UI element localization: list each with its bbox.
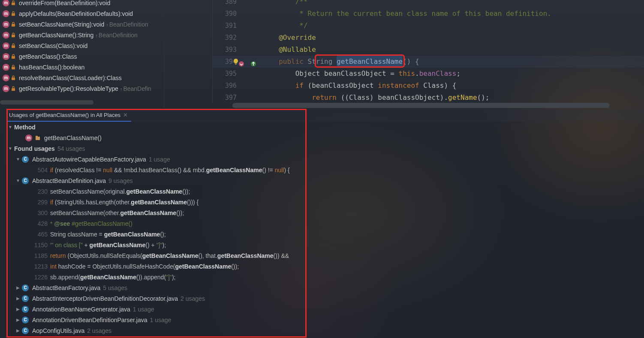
svg-rect-0 bbox=[12, 3, 15, 5]
structure-item[interactable]: msetBeanClassName(String): void↑BeanDefi… bbox=[0, 19, 164, 30]
usage-count: 1 usage bbox=[150, 317, 172, 323]
method-icon: m bbox=[3, 85, 9, 92]
usages-file-node[interactable]: ▶CAopConfigUtils.java2 usages bbox=[6, 325, 644, 336]
file-name: AopConfigUtils.java bbox=[32, 327, 84, 334]
lock-icon bbox=[11, 22, 16, 27]
tree-toggle-icon[interactable]: ▼ bbox=[6, 146, 14, 151]
class-file-icon: C bbox=[22, 284, 29, 291]
line-number: 390 bbox=[221, 8, 237, 20]
method-icon: m bbox=[3, 10, 9, 17]
close-icon[interactable]: ✕ bbox=[123, 112, 128, 118]
structure-item[interactable]: mresolveBeanClass(ClassLoader): Class bbox=[0, 72, 164, 83]
svg-rect-3 bbox=[12, 35, 15, 37]
line-number: 389 bbox=[221, 0, 237, 8]
method-signature: getBeanClass(): bbox=[19, 53, 62, 60]
usages-file-node[interactable]: ▶CAbstractBeanFactory.java5 usages bbox=[6, 282, 644, 293]
method-signature: setBeanClass(Class): bbox=[19, 42, 77, 49]
find-usages-tool-window[interactable]: Usages of getBeanClassName() in All Plac… bbox=[6, 109, 644, 338]
usages-line-node[interactable]: 504if (resolvedClass != null && !mbd.has… bbox=[6, 165, 644, 175]
method-signature: getBeanClassName(): bbox=[19, 32, 78, 39]
return-type: void bbox=[93, 21, 105, 28]
file-name: AbstractBeanFactory.java bbox=[32, 284, 100, 291]
structure-item[interactable]: msetBeanClass(Class): void bbox=[0, 40, 164, 51]
svg-rect-1 bbox=[12, 13, 15, 16]
code-line[interactable]: * Return the current bean class name of … bbox=[213, 9, 551, 18]
scrollbar-thumb[interactable] bbox=[0, 100, 93, 105]
usage-count: 54 usages bbox=[57, 145, 85, 152]
usage-code: String className = getBeanClassName(); bbox=[50, 231, 166, 238]
usages-line-node[interactable]: 1150"' on class [" + getBeanClassName() … bbox=[6, 239, 644, 250]
usages-line-node[interactable]: 1213int hashCode = ObjectUtils.nullSafeH… bbox=[6, 261, 644, 272]
usage-line-number: 1185 bbox=[30, 252, 48, 259]
svg-rect-2 bbox=[12, 24, 15, 27]
structure-item[interactable]: mhasBeanClass(): boolean bbox=[0, 62, 164, 72]
section-header: Method bbox=[14, 124, 36, 131]
structure-item[interactable]: mgetBeanClass(): Class bbox=[0, 51, 164, 62]
usages-file-node[interactable]: ▶CAnnotationBeanNameGenerator.java1 usag… bbox=[6, 304, 644, 314]
class-file-icon: C bbox=[22, 317, 29, 323]
usage-count: 9 usages bbox=[108, 177, 133, 184]
lock-icon bbox=[11, 0, 16, 6]
return-type: boolean bbox=[63, 64, 85, 71]
return-type: String bbox=[78, 32, 94, 39]
tree-toggle-icon[interactable]: ▶ bbox=[14, 296, 22, 301]
file-name: AbstractBeanDefinition.java bbox=[32, 177, 106, 184]
usage-line-number: 1150 bbox=[30, 242, 48, 248]
lock-icon bbox=[11, 11, 16, 16]
usages-target[interactable]: mgetBeanClassName() bbox=[6, 132, 644, 143]
editor-hscrollbar[interactable] bbox=[232, 103, 618, 108]
structure-hscrollbar[interactable] bbox=[0, 100, 164, 105]
usage-line-number: 299 bbox=[30, 199, 48, 206]
structure-item[interactable]: moverrideFrom(BeanDefinition): void bbox=[0, 0, 164, 8]
usages-file-node[interactable]: ▼CAbstractAutowireCapableBeanFactory.jav… bbox=[6, 154, 644, 165]
method-signature: hasBeanClass(): bbox=[19, 64, 63, 71]
usages-section[interactable]: ▼Found usages54 usages bbox=[6, 143, 644, 154]
structure-item[interactable]: mgetResolvableType(): ResolvableType↑Bea… bbox=[0, 83, 164, 94]
usage-count: 1 usage bbox=[149, 156, 170, 163]
method-signature: applyDefaults(BeanDefinitionDefaults): bbox=[19, 10, 122, 17]
structure-tool-window[interactable]: moverrideFrom(BeanDefinition): voidmappl… bbox=[0, 0, 164, 107]
editor-pane[interactable]: 389 /**390 * Return the current bean cla… bbox=[164, 0, 644, 108]
usages-file-node[interactable]: ▼CAbstractBeanDefinition.java9 usages bbox=[6, 175, 644, 186]
find-usages-tab[interactable]: Usages of getBeanClassName() in All Plac… bbox=[6, 109, 131, 122]
file-name: AbstractInterceptorDrivenBeanDefinitionD… bbox=[32, 295, 178, 302]
usage-line-number: 300 bbox=[30, 209, 48, 216]
scrollbar-thumb[interactable] bbox=[232, 103, 610, 108]
intention-bulb-icon[interactable] bbox=[232, 56, 239, 68]
structure-item[interactable]: mgetBeanClassName(): String↑BeanDefiniti… bbox=[0, 30, 164, 40]
tree-toggle-icon[interactable]: ▶ bbox=[14, 307, 22, 311]
class-file-icon: C bbox=[22, 156, 29, 163]
usages-file-node[interactable]: ▶CAbstractInterceptorDrivenBeanDefinitio… bbox=[6, 293, 644, 304]
usages-section[interactable]: ▼Method bbox=[6, 122, 644, 132]
inherited-from: ↑BeanDefinition bbox=[106, 21, 148, 28]
editor-gutter[interactable] bbox=[165, 0, 213, 103]
usage-line-number: 1226 bbox=[30, 274, 48, 281]
lock-icon bbox=[11, 43, 16, 48]
line-number: 397 bbox=[221, 92, 237, 103]
usages-line-node[interactable]: 1185return (ObjectUtils.nullSafeEquals(g… bbox=[6, 250, 644, 261]
section-header: Found usages bbox=[14, 145, 55, 152]
method-icon: m bbox=[3, 0, 9, 6]
tree-toggle-icon[interactable]: ▼ bbox=[14, 178, 22, 183]
tree-toggle-icon[interactable]: ▼ bbox=[14, 157, 22, 162]
method-icon: m bbox=[3, 75, 9, 81]
svg-rect-12 bbox=[36, 137, 40, 140]
usages-line-node[interactable]: 465String className = getBeanClassName()… bbox=[6, 229, 644, 239]
usages-file-node[interactable]: ▶CAnnotationDrivenBeanDefinitionParser.j… bbox=[6, 314, 644, 325]
file-name: AnnotationDrivenBeanDefinitionParser.jav… bbox=[32, 317, 147, 323]
usages-line-node[interactable]: 230setBeanClassName(original.getBeanClas… bbox=[6, 186, 644, 197]
usages-line-node[interactable]: 299if (StringUtils.hasLength(other.getBe… bbox=[6, 197, 644, 207]
class-file-icon: C bbox=[22, 295, 29, 302]
tree-toggle-icon[interactable]: ▼ bbox=[6, 125, 14, 129]
usage-line-number: 1213 bbox=[30, 263, 48, 270]
class-file-icon: C bbox=[22, 327, 29, 334]
usages-line-node[interactable]: 1226sb.append(getBeanClassName()).append… bbox=[6, 272, 644, 282]
method-signature: setBeanClassName(String): bbox=[19, 21, 93, 28]
tree-toggle-icon[interactable]: ▶ bbox=[14, 328, 22, 333]
tree-toggle-icon[interactable]: ▶ bbox=[14, 285, 22, 290]
tree-toggle-icon[interactable]: ▶ bbox=[14, 317, 22, 322]
usages-line-node[interactable]: 300setBeanClassName(other.getBeanClassNa… bbox=[6, 207, 644, 218]
return-type: Class bbox=[107, 75, 122, 81]
structure-item[interactable]: mapplyDefaults(BeanDefinitionDefaults): … bbox=[0, 8, 164, 19]
usages-line-node[interactable]: 428* @see #getBeanClassName() bbox=[6, 218, 644, 229]
